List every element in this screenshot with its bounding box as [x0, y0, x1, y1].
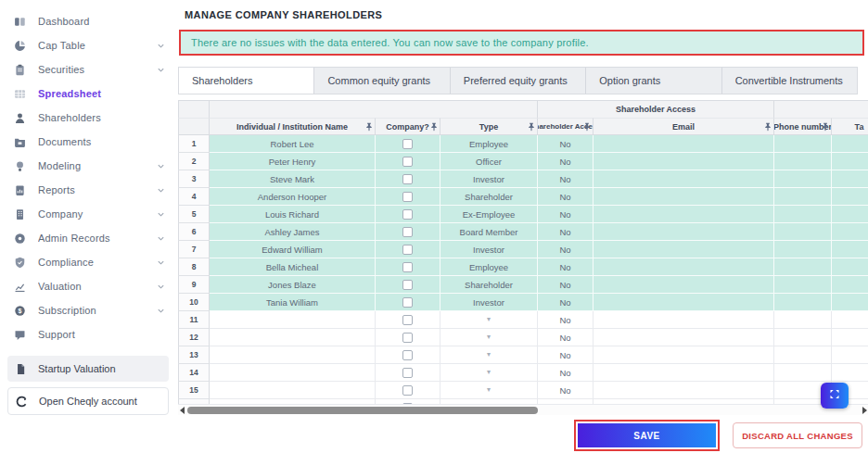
cell-email[interactable] — [594, 311, 774, 329]
cell-phone[interactable] — [774, 364, 832, 382]
cell-email[interactable] — [594, 206, 774, 223]
cell-ta[interactable] — [832, 311, 868, 329]
cell-name[interactable]: Jones Blaze — [210, 276, 376, 294]
scroll-right-arrow-icon[interactable] — [862, 407, 867, 414]
tab-preferred-equity-grants[interactable]: Preferred equity grants — [451, 68, 586, 94]
column-header-company[interactable]: Company? — [376, 118, 440, 135]
cell-shareholder-access[interactable]: No — [538, 170, 594, 188]
company-checkbox[interactable] — [402, 209, 413, 220]
type-dropdown-caret[interactable]: ▾ — [487, 316, 491, 323]
column-header-phone-number[interactable]: Phone number — [774, 118, 832, 135]
cell-company[interactable] — [376, 364, 440, 382]
sidebar-item-subscription[interactable]: $Subscription — [0, 298, 176, 322]
sidebar-item-modeling[interactable]: Modeling — [0, 154, 176, 178]
cell-type[interactable]: ▾ — [440, 311, 538, 329]
cell-company[interactable] — [376, 223, 440, 241]
cell-type[interactable]: ▾ — [440, 364, 538, 382]
cell-phone[interactable] — [774, 241, 832, 258]
cell-email[interactable] — [594, 223, 774, 241]
cell-type[interactable]: ▾ — [440, 346, 538, 364]
sidebar-item-dashboard[interactable]: Dashboard — [0, 9, 176, 33]
cell-name[interactable]: Peter Henry — [210, 153, 376, 170]
cell-email[interactable] — [594, 382, 774, 399]
cell-phone[interactable] — [774, 135, 832, 153]
cell-name[interactable]: Tania William — [210, 294, 376, 311]
company-checkbox[interactable] — [402, 350, 413, 360]
cell-name[interactable]: Edward William — [210, 241, 376, 258]
type-dropdown-caret[interactable]: ▾ — [487, 351, 491, 359]
cell-phone[interactable] — [774, 294, 832, 311]
cell-type[interactable]: Shareholder — [440, 188, 538, 206]
cell-company[interactable] — [376, 346, 440, 364]
company-checkbox[interactable] — [402, 315, 413, 325]
column-header-type[interactable]: Type — [440, 118, 538, 135]
sidebar-item-reports[interactable]: Reports — [0, 178, 176, 202]
cell-name[interactable] — [210, 382, 376, 399]
cell-ta[interactable] — [832, 153, 868, 170]
company-checkbox[interactable] — [402, 368, 413, 378]
cell-shareholder-access[interactable]: No — [538, 346, 594, 364]
scrollbar-track[interactable] — [186, 406, 868, 415]
cell-name[interactable] — [210, 329, 376, 346]
sidebar-item-compliance[interactable]: Compliance — [0, 250, 176, 274]
cell-name[interactable]: Bella Micheal — [210, 258, 376, 276]
cell-name[interactable]: Louis Richard — [210, 206, 376, 223]
type-dropdown-caret[interactable]: ▾ — [487, 386, 491, 394]
tab-shareholders[interactable]: Shareholders — [179, 68, 314, 94]
company-checkbox[interactable] — [402, 333, 413, 343]
cell-company[interactable] — [376, 170, 440, 188]
cell-phone[interactable] — [774, 276, 832, 294]
cell-company[interactable] — [376, 241, 440, 258]
cell-phone[interactable] — [774, 206, 832, 223]
type-dropdown-caret[interactable]: ▾ — [487, 369, 491, 376]
cell-phone[interactable] — [774, 223, 832, 241]
cell-email[interactable] — [594, 258, 774, 276]
column-header-ta[interactable]: Ta — [832, 118, 868, 135]
cell-company[interactable] — [376, 135, 440, 153]
cell-name[interactable] — [210, 346, 376, 364]
cell-email[interactable] — [594, 153, 774, 170]
cell-company[interactable] — [376, 329, 440, 346]
sidebar-item-admin-records[interactable]: Admin Records — [0, 226, 176, 250]
cell-shareholder-access[interactable]: No — [538, 258, 594, 276]
cell-company[interactable] — [376, 382, 440, 399]
cell-ta[interactable] — [832, 206, 868, 223]
cell-email[interactable] — [594, 170, 774, 188]
cell-ta[interactable] — [832, 258, 868, 276]
cell-name[interactable] — [210, 364, 376, 382]
cell-phone[interactable] — [774, 153, 832, 170]
cell-ta[interactable] — [832, 170, 868, 188]
cell-company[interactable] — [376, 294, 440, 311]
scrollbar-thumb[interactable] — [187, 407, 538, 414]
column-header-email[interactable]: Email — [594, 118, 774, 135]
sidebar-item-company[interactable]: Company — [0, 202, 176, 226]
company-checkbox[interactable] — [402, 192, 413, 202]
cell-shareholder-access[interactable]: No — [538, 276, 594, 294]
cell-shareholder-access[interactable]: No — [538, 206, 594, 223]
cell-type[interactable]: Ex-Employee — [440, 206, 538, 223]
cell-type[interactable]: Officer — [440, 153, 538, 170]
tab-convertible-instruments[interactable]: Convertible Instruments — [722, 68, 857, 94]
cell-company[interactable] — [376, 188, 440, 206]
cell-email[interactable] — [594, 346, 774, 364]
cell-email[interactable] — [594, 364, 774, 382]
cell-shareholder-access[interactable]: No — [538, 311, 594, 329]
sidebar-item-cap-table[interactable]: Cap Table — [0, 33, 176, 57]
cell-email[interactable] — [594, 135, 774, 153]
cell-company[interactable] — [376, 276, 440, 294]
cell-type[interactable]: ▾ — [440, 382, 538, 399]
cell-name[interactable]: Robert Lee — [210, 135, 376, 153]
horizontal-scrollbar[interactable] — [178, 404, 868, 415]
cell-ta[interactable] — [832, 346, 868, 364]
cell-type[interactable]: Investor — [440, 294, 538, 311]
cell-type[interactable]: Employee — [440, 135, 538, 153]
cell-ta[interactable] — [832, 241, 868, 258]
sidebar-item-spreadsheet[interactable]: Spreadsheet — [0, 82, 176, 106]
sidebar-item-valuation[interactable]: Valuation — [0, 274, 176, 298]
sidebar-item-shareholders[interactable]: Shareholders — [0, 106, 176, 130]
cell-shareholder-access[interactable]: No — [538, 329, 594, 346]
company-checkbox[interactable] — [402, 262, 413, 272]
cell-phone[interactable] — [774, 170, 832, 188]
company-checkbox[interactable] — [402, 297, 413, 308]
cell-shareholder-access[interactable]: No — [538, 188, 594, 206]
